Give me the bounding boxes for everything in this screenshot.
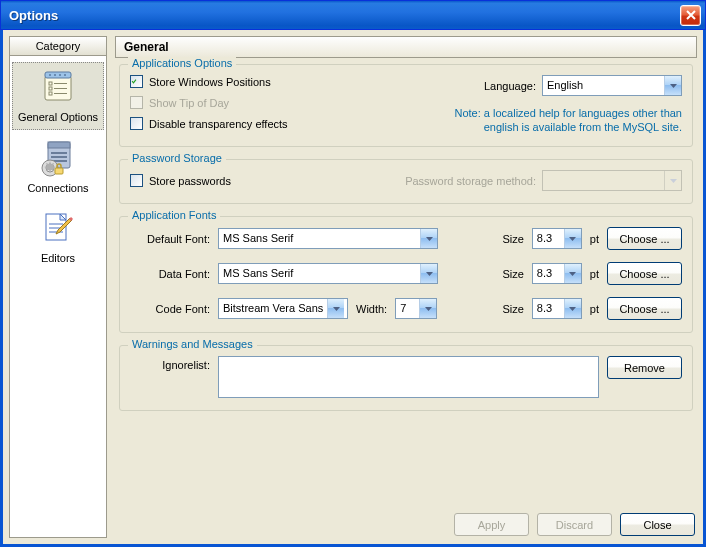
size-label: Size — [502, 303, 523, 315]
group-title: Password Storage — [128, 152, 226, 164]
category-general-options[interactable]: General Options — [12, 62, 104, 130]
store-windows-positions-checkbox[interactable]: Store Windows Positions — [130, 75, 422, 88]
combo-value: 8.3 — [533, 299, 556, 318]
code-size-combobox[interactable]: 8.3 — [532, 298, 582, 319]
document-edit-icon — [38, 208, 78, 248]
checkbox-icon — [130, 75, 143, 88]
category-editors[interactable]: Editors — [12, 204, 104, 270]
window-body: Category — [0, 30, 706, 547]
combo-value: MS Sans Serif — [219, 229, 297, 248]
dialog-footer: Apply Discard Close — [115, 507, 697, 538]
chevron-down-icon — [327, 299, 344, 318]
group-password-storage: Password Storage Store passwords Passwor… — [119, 159, 693, 204]
close-window-button[interactable] — [680, 5, 701, 26]
ignorelist-label: Ignorelist: — [130, 356, 210, 371]
store-passwords-checkbox[interactable]: Store passwords — [130, 174, 405, 187]
svg-rect-14 — [51, 152, 67, 154]
group-applications-options: Applications Options Store Windows Posit… — [119, 64, 693, 147]
language-note: Note: a localized help for languages oth… — [422, 106, 682, 134]
svg-point-4 — [59, 74, 61, 76]
checkbox-label: Store passwords — [149, 175, 231, 187]
window-title: Options — [9, 8, 680, 23]
pt-label: pt — [590, 268, 599, 280]
pt-label: pt — [590, 233, 599, 245]
svg-point-3 — [54, 74, 56, 76]
data-font-combobox[interactable]: MS Sans Serif — [218, 263, 438, 284]
checkbox-label: Disable transparency effects — [149, 118, 288, 130]
checkbox-icon — [130, 174, 143, 187]
default-font-label: Default Font: — [130, 233, 210, 245]
close-icon — [686, 10, 696, 20]
data-size-combobox[interactable]: 8.3 — [532, 263, 582, 284]
svg-rect-13 — [48, 142, 70, 148]
disable-transparency-checkbox[interactable]: Disable transparency effects — [130, 117, 422, 130]
combo-value: 8.3 — [533, 229, 556, 248]
code-font-label: Code Font: — [130, 303, 210, 315]
password-method-combobox — [542, 170, 682, 191]
default-font-combobox[interactable]: MS Sans Serif — [218, 228, 438, 249]
checkbox-label: Store Windows Positions — [149, 76, 271, 88]
chevron-down-icon — [664, 76, 681, 95]
default-font-choose-button[interactable]: Choose ... — [607, 227, 682, 250]
panel-title: General — [115, 36, 697, 58]
language-label: Language: — [484, 80, 536, 92]
combo-value: Bitstream Vera Sans Mono — [219, 299, 327, 318]
size-label: Size — [502, 233, 523, 245]
group-title: Applications Options — [128, 57, 236, 69]
chevron-down-icon — [564, 264, 581, 283]
checkbox-icon — [130, 117, 143, 130]
group-application-fonts: Application Fonts Default Font: MS Sans … — [119, 216, 693, 333]
width-label: Width: — [356, 303, 387, 315]
code-width-combobox[interactable]: 7 — [395, 298, 437, 319]
pt-label: pt — [590, 303, 599, 315]
code-font-combobox[interactable]: Bitstream Vera Sans Mono — [218, 298, 348, 319]
svg-rect-19 — [55, 168, 63, 174]
combo-value: 7 — [396, 299, 410, 318]
category-connections[interactable]: Connections — [12, 134, 104, 200]
notepad-icon — [38, 67, 78, 107]
group-title: Warnings and Messages — [128, 338, 257, 350]
panel-body: Applications Options Store Windows Posit… — [115, 58, 697, 507]
server-icon — [38, 138, 78, 178]
default-size-combobox[interactable]: 8.3 — [532, 228, 582, 249]
group-title: Application Fonts — [128, 209, 220, 221]
category-sidebar: Category — [9, 36, 107, 538]
data-font-label: Data Font: — [130, 268, 210, 280]
group-warnings-messages: Warnings and Messages Ignorelist: Remove — [119, 345, 693, 411]
checkbox-icon — [130, 96, 143, 109]
remove-button[interactable]: Remove — [607, 356, 682, 379]
chevron-down-icon — [664, 171, 681, 190]
chevron-down-icon — [564, 299, 581, 318]
svg-point-2 — [49, 74, 51, 76]
discard-button: Discard — [537, 513, 612, 536]
category-header: Category — [9, 36, 107, 56]
close-button[interactable]: Close — [620, 513, 695, 536]
chevron-down-icon — [419, 299, 436, 318]
category-list: General Options — [9, 56, 107, 538]
category-label: General Options — [18, 111, 98, 123]
main-panel: General Applications Options Store Windo… — [115, 36, 697, 538]
checkbox-label: Show Tip of Day — [149, 97, 229, 109]
size-label: Size — [502, 268, 523, 280]
combo-value: MS Sans Serif — [219, 264, 297, 283]
title-bar: Options — [0, 0, 706, 30]
password-method-label: Password storage method: — [405, 175, 536, 187]
apply-button: Apply — [454, 513, 529, 536]
combo-value: English — [543, 76, 587, 95]
language-combobox[interactable]: English — [542, 75, 682, 96]
category-label: Editors — [41, 252, 75, 264]
svg-rect-15 — [51, 156, 67, 158]
ignorelist-textbox[interactable] — [218, 356, 599, 398]
show-tip-of-day-checkbox: Show Tip of Day — [130, 96, 422, 109]
chevron-down-icon — [564, 229, 581, 248]
data-font-choose-button[interactable]: Choose ... — [607, 262, 682, 285]
svg-rect-1 — [45, 72, 71, 78]
chevron-down-icon — [420, 229, 437, 248]
category-label: Connections — [27, 182, 88, 194]
chevron-down-icon — [420, 264, 437, 283]
combo-value — [543, 171, 551, 190]
code-font-choose-button[interactable]: Choose ... — [607, 297, 682, 320]
svg-point-5 — [64, 74, 66, 76]
combo-value: 8.3 — [533, 264, 556, 283]
